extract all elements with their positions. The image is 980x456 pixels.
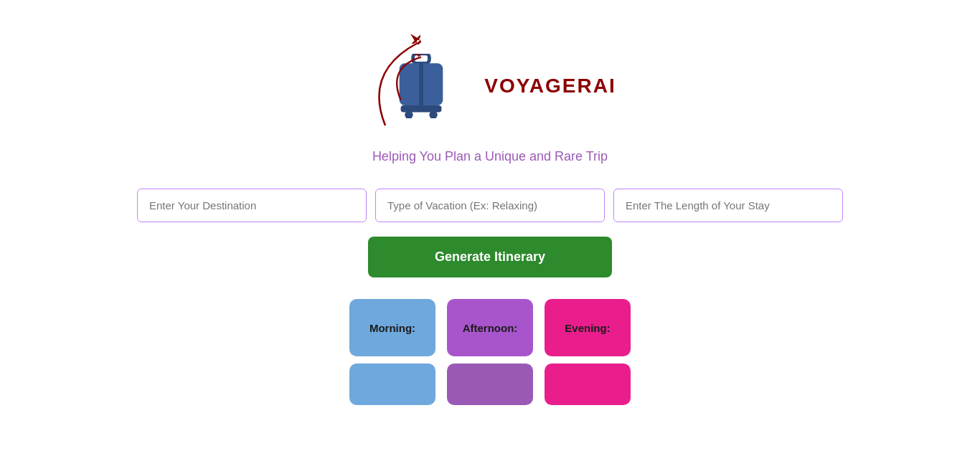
app-subtitle: Helping You Plan a Unique and Rare Trip xyxy=(372,149,608,164)
morning-content-block xyxy=(349,364,435,405)
itinerary-cards: Morning: Afternoon: Evening: xyxy=(349,299,631,405)
afternoon-label-block: Afternoon: xyxy=(447,299,533,356)
svg-rect-2 xyxy=(419,63,423,105)
svg-marker-11 xyxy=(417,39,423,45)
morning-label-block: Morning: xyxy=(349,299,435,356)
afternoon-content-block xyxy=(447,364,533,405)
stay-length-input[interactable] xyxy=(613,189,843,222)
generate-itinerary-button[interactable]: Generate Itinerary xyxy=(368,237,612,277)
vacation-type-input[interactable] xyxy=(375,189,605,222)
evening-content-block xyxy=(545,364,631,405)
time-block-labels-row: Morning: Afternoon: Evening: xyxy=(349,299,631,356)
brand-name: VOYAGERAI xyxy=(484,75,616,98)
logo-row: VOYAGERAI xyxy=(364,29,616,143)
luggage-icon xyxy=(392,54,450,118)
time-block-content-row xyxy=(349,364,631,405)
destination-input[interactable] xyxy=(137,189,367,222)
svg-rect-3 xyxy=(401,105,442,112)
svg-marker-9 xyxy=(408,32,420,44)
logo-container: VOYAGERAI Helping You Plan a Unique and … xyxy=(364,29,616,181)
logo-graphic xyxy=(364,29,479,143)
svg-marker-10 xyxy=(412,34,422,44)
evening-label-block: Evening: xyxy=(545,299,631,356)
inputs-row xyxy=(95,189,885,222)
